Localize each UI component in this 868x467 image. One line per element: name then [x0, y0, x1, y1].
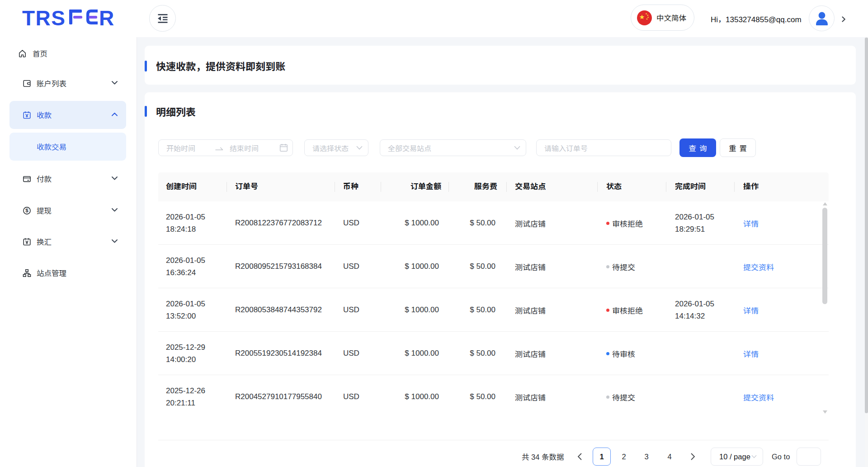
svg-text:$: $ [25, 208, 28, 213]
